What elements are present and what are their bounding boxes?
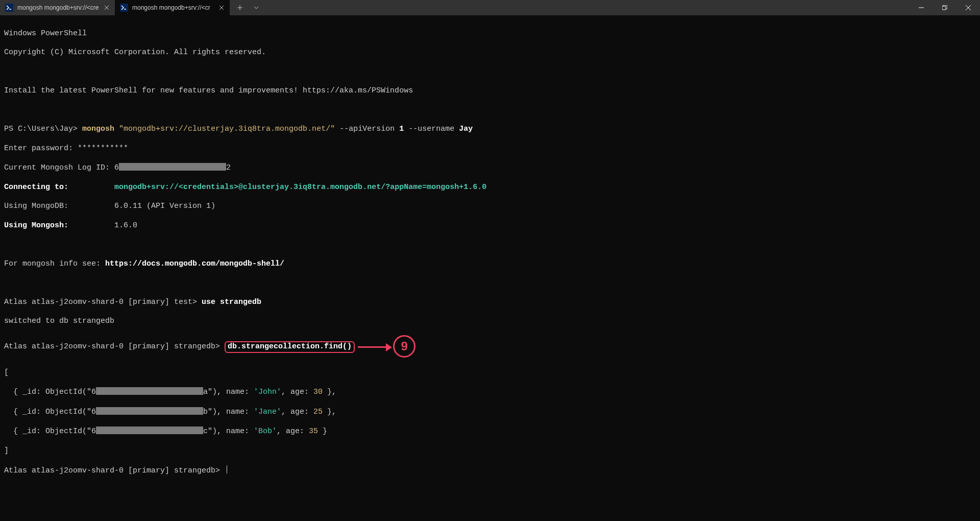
close-icon[interactable] bbox=[103, 4, 111, 12]
annotation-step-number: 9 bbox=[393, 335, 415, 358]
switched-line: switched to db strangedb bbox=[4, 317, 976, 326]
powershell-icon bbox=[5, 4, 13, 12]
info-line: For mongosh info see: https://docs.mongo… bbox=[4, 259, 976, 269]
connecting-line: Connecting to: mongodb+srv://<credential… bbox=[4, 183, 976, 193]
close-button[interactable] bbox=[957, 0, 980, 15]
tab-strip: mongosh mongodb+srv://<cre mongosh mongo… bbox=[0, 0, 230, 15]
new-tab-button[interactable] bbox=[232, 0, 248, 15]
minimize-button[interactable] bbox=[910, 0, 933, 15]
result-row-1: { _id: ObjectId("6a"), name: 'John', age… bbox=[4, 387, 976, 397]
using-mongosh-line: Using Mongosh: 1.6.0 bbox=[4, 221, 976, 231]
redacted-log-id bbox=[119, 163, 226, 171]
result-row-2: { _id: ObjectId("6b"), name: 'Jane', age… bbox=[4, 407, 976, 417]
header-line-2: Copyright (C) Microsoft Corporation. All… bbox=[4, 48, 976, 58]
redacted-oid bbox=[96, 387, 203, 395]
header-line-1: Windows PowerShell bbox=[4, 29, 976, 39]
tab-controls bbox=[232, 0, 264, 15]
close-icon[interactable] bbox=[217, 4, 226, 12]
log-id-line: Current Mongosh Log ID: 62 bbox=[4, 163, 976, 173]
maximize-button[interactable] bbox=[933, 0, 957, 15]
tab-title: mongosh mongodb+srv://<cr bbox=[132, 4, 213, 11]
powershell-icon bbox=[120, 4, 128, 12]
install-message: Install the latest PowerShell for new fe… bbox=[4, 86, 976, 96]
final-prompt[interactable]: Atlas atlas-j2oomv-shard-0 [primary] str… bbox=[4, 465, 976, 476]
terminal-output[interactable]: Windows PowerShell Copyright (C) Microso… bbox=[0, 15, 980, 490]
tab-active[interactable]: mongosh mongodb+srv://<cr bbox=[115, 0, 230, 15]
enter-password-line: Enter password: *********** bbox=[4, 144, 976, 154]
atlas-prompt-test: Atlas atlas-j2oomv-shard-0 [primary] tes… bbox=[4, 298, 976, 307]
highlighted-command: db.strangecollection.find() bbox=[225, 341, 355, 353]
using-mongodb-line: Using MongoDB: 6.0.11 (API Version 1) bbox=[4, 202, 976, 211]
redacted-oid bbox=[96, 427, 203, 434]
ps-command-line: PS C:\Users\Jay> mongosh "mongodb+srv://… bbox=[4, 125, 976, 134]
title-bar: mongosh mongodb+srv://<cre mongosh mongo… bbox=[0, 0, 980, 15]
tab-inactive[interactable]: mongosh mongodb+srv://<cre bbox=[0, 0, 115, 15]
cursor bbox=[227, 465, 227, 473]
atlas-prompt-db: Atlas atlas-j2oomv-shard-0 [primary] str… bbox=[4, 342, 225, 352]
svg-rect-2 bbox=[942, 6, 946, 10]
tab-dropdown-button[interactable] bbox=[248, 0, 264, 15]
annotation-arrow bbox=[358, 343, 392, 351]
find-command-row: Atlas atlas-j2oomv-shard-0 [primary] str… bbox=[4, 336, 976, 359]
array-close: ] bbox=[4, 446, 976, 456]
window-controls bbox=[910, 0, 980, 15]
array-open: [ bbox=[4, 368, 976, 378]
tab-title: mongosh mongodb+srv://<cre bbox=[17, 4, 99, 11]
result-row-3: { _id: ObjectId("6c"), name: 'Bob', age:… bbox=[4, 427, 976, 437]
redacted-oid bbox=[96, 407, 203, 415]
